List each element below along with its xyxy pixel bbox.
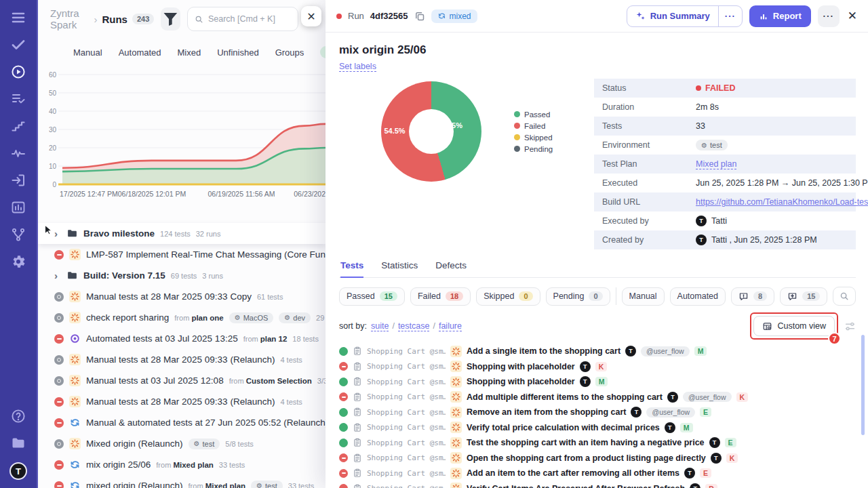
run-group-row[interactable]: ›Bravo milestone124 tests32 runs	[38, 223, 326, 244]
run-summary-button[interactable]: Run Summary ···	[627, 5, 743, 27]
list-check-icon[interactable]	[10, 91, 26, 107]
build-url-link[interactable]: https://github.com/TetianaKhomenko/Load-…	[696, 197, 868, 207]
runs-search-input[interactable]	[208, 14, 291, 24]
sign-in-icon[interactable]	[10, 172, 26, 188]
steps-icon[interactable]	[10, 118, 26, 134]
run-summary-more-button[interactable]: ···	[719, 6, 742, 26]
run-detail-panel: Run 4df32565 mixed Run Summary ··· Repor…	[326, 0, 868, 488]
tab-mixed[interactable]: Mixed	[178, 47, 201, 58]
run-row[interactable]: check report sharingfrom plan one⚙MacOS⚙…	[38, 307, 326, 328]
tab-groups[interactable]: Groups	[275, 47, 304, 58]
breadcrumb-page: Runs	[102, 14, 127, 25]
help-icon[interactable]	[10, 408, 26, 424]
sort-by-suite[interactable]: suite	[371, 321, 389, 331]
filter-skipped[interactable]: Skipped0	[476, 287, 540, 306]
filter-manual[interactable]: Manual	[622, 287, 665, 306]
sort-by-testcase[interactable]: testcase	[398, 321, 430, 331]
activity-icon[interactable]	[10, 145, 26, 161]
tests-search[interactable]	[833, 287, 856, 306]
run-row[interactable]: LMP-587 Implement Real-Time Chat Messagi…	[38, 244, 326, 265]
runs-search[interactable]	[187, 7, 298, 31]
tab-statistics[interactable]: Statistics	[381, 260, 418, 277]
run-row[interactable]: mixed origin (Relaunch)from Mixed plan⚙t…	[38, 475, 326, 488]
test-case-icon	[353, 438, 362, 447]
close-detail-button[interactable]: ✕	[848, 9, 857, 23]
test-case-icon	[353, 423, 362, 432]
info-label: Status	[602, 83, 696, 93]
group-runs-count: 32 runs	[196, 230, 221, 238]
custom-view-button[interactable]: Custom view	[753, 316, 835, 336]
filter-comment-exclamation-icon[interactable]: 8	[731, 287, 774, 306]
tests-scrollbar[interactable]	[861, 335, 865, 435]
run-row[interactable]: Manual tests at 28 Mar 2025 09:33 (Relau…	[38, 391, 326, 412]
filter-count-chip: 15	[380, 291, 397, 301]
table-settings-icon	[762, 321, 772, 331]
user-avatar[interactable]: T	[9, 462, 27, 480]
sliders-icon[interactable]	[844, 321, 856, 332]
run-group-row[interactable]: ›Build: Version 7.1569 tests3 runs	[38, 265, 326, 286]
filter-automated[interactable]: Automated	[670, 287, 726, 306]
report-button[interactable]: Report	[749, 5, 811, 27]
test-plan-link[interactable]: Mixed plan	[696, 159, 736, 169]
tab-manual[interactable]: Manual	[73, 47, 102, 58]
panel-close-button[interactable]: ✕	[301, 6, 321, 26]
failed-status-icon	[54, 397, 64, 407]
test-row[interactable]: Shopping Cart @sm…Open the shopping cart…	[339, 451, 856, 466]
test-row[interactable]: Shopping Cart @sm…Shopping with placehol…	[339, 359, 856, 375]
copy-icon[interactable]	[414, 11, 425, 22]
test-row[interactable]: Shopping Cart @sm…Verify Cart Items Are …	[339, 481, 856, 488]
play-circle-icon[interactable]	[10, 64, 26, 80]
filter-passed[interactable]: Passed15	[339, 287, 405, 306]
filter-failed[interactable]: Failed18	[410, 287, 471, 306]
test-suite: Shopping Cart @sm…	[367, 469, 446, 478]
search-icon	[840, 291, 849, 301]
run-row[interactable]: Manual tests at 28 Mar 2025 09:33 Copy61…	[38, 286, 326, 307]
run-row[interactable]: Automated tests at 03 Jul 2025 13:25from…	[38, 328, 326, 349]
folder-icon	[66, 270, 78, 281]
chevron-right-icon[interactable]: ›	[54, 228, 61, 239]
run-info-table: StatusFAILEDDuration2m 8sTests33Environm…	[594, 79, 856, 249]
manual-test-icon	[450, 346, 462, 357]
test-row[interactable]: Shopping Cart @sm…Add a single item to t…	[339, 344, 856, 359]
filter-button[interactable]	[161, 7, 180, 30]
test-row[interactable]: Shopping Cart @sm…Add multiple different…	[339, 390, 856, 405]
filter-pending[interactable]: Pending0	[546, 287, 610, 306]
test-row[interactable]: Shopping Cart @sm…Verify total price cal…	[339, 420, 856, 436]
tag-badge[interactable]: tes	[320, 46, 326, 58]
run-row[interactable]: Mixed origin (Relaunch)⚙test5/8 tests	[38, 433, 326, 454]
filter-comment-plus-icon[interactable]: 15	[780, 287, 827, 306]
svg-text:06/18/2025 12:01 PM: 06/18/2025 12:01 PM	[118, 190, 186, 198]
breadcrumb-project[interactable]: Zyntra Spark	[50, 7, 89, 30]
bar-chart-icon[interactable]	[10, 199, 26, 216]
check-icon[interactable]	[10, 37, 26, 53]
menu-icon[interactable]	[10, 9, 26, 26]
chevron-right-icon[interactable]: ›	[54, 270, 61, 281]
info-label: Build URL	[602, 197, 696, 207]
tab-defects[interactable]: Defects	[435, 260, 467, 277]
test-row[interactable]: Shopping Cart @sm…Add an item to the car…	[339, 466, 856, 481]
filter-label: Failed	[418, 291, 441, 301]
run-overview: 45.5% 54.5% PassedFailedSkippedPending S…	[339, 79, 856, 249]
environment-badge: ⚙test	[189, 439, 220, 449]
test-row[interactable]: Shopping Cart @sm…Test the shopping cart…	[339, 435, 856, 451]
sort-by-failure[interactable]: failure	[439, 321, 462, 331]
test-row[interactable]: Shopping Cart @sm…Remove an item from th…	[339, 405, 856, 420]
tab-unfinished[interactable]: Unfinished	[217, 47, 258, 58]
gear-icon[interactable]	[10, 253, 26, 270]
set-labels-link[interactable]: Set labels	[339, 62, 376, 72]
run-status-value: FAILED	[696, 83, 735, 93]
run-row[interactable]: Manual tests at 28 Mar 2025 09:33 (Relau…	[38, 349, 326, 370]
run-row[interactable]: Manual tests at 03 Jul 2025 12:08from Cu…	[38, 370, 326, 391]
tab-tests[interactable]: Tests	[340, 260, 363, 278]
test-suite: Shopping Cart @sm…	[367, 408, 446, 417]
test-title: Shopping with placeholder	[467, 377, 575, 386]
more-actions-button[interactable]: ···	[818, 5, 840, 27]
git-merge-icon[interactable]	[10, 226, 26, 243]
test-case-icon	[353, 377, 362, 386]
run-row[interactable]: Manual & automated tests at 27 Jun 2025 …	[38, 412, 326, 433]
run-row[interactable]: mix origin 25/06from Mixed plan33 tests	[38, 454, 326, 475]
folder-icon[interactable]	[10, 435, 26, 451]
manual-run-icon	[69, 438, 81, 449]
test-row[interactable]: Shopping Cart @sm…Shopping with placehol…	[339, 374, 856, 390]
tab-automated[interactable]: Automated	[119, 47, 161, 58]
